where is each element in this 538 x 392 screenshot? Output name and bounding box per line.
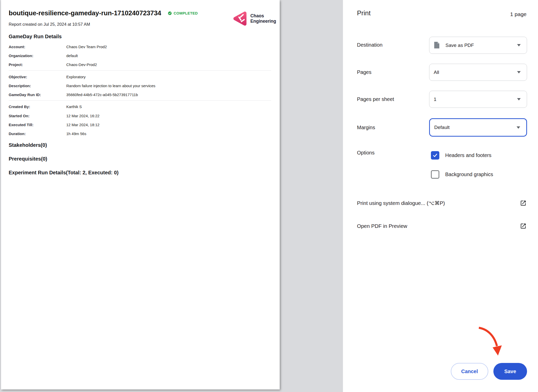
- detail-label: Project:: [9, 62, 66, 67]
- detail-label: Organization:: [9, 54, 66, 58]
- print-system-dialogue-link[interactable]: Print using system dialogue... (⌥⌘P): [357, 199, 527, 207]
- detail-label: GameDay Run ID:: [9, 93, 66, 97]
- detail-value: 12 Mar 2024, 16:22: [66, 114, 99, 118]
- detail-label: Duration:: [9, 132, 66, 136]
- completed-check-icon: [168, 11, 172, 15]
- destination-value: Save as PDF: [445, 43, 474, 48]
- destination-label: Destination: [357, 42, 382, 48]
- print-settings-panel: Print 1 page Destination Save as PDF Pag…: [343, 0, 538, 392]
- pages-per-sheet-label: Pages per sheet: [357, 96, 394, 102]
- detail-value: Chaos Dev Team Prod2: [66, 45, 107, 49]
- headers-footers-label: Headers and footers: [445, 152, 491, 158]
- chevron-down-icon: [517, 126, 520, 129]
- section-heading-gameday-run-details: GameDay Run Details: [9, 34, 62, 40]
- external-link-icon: [520, 223, 527, 229]
- document-preview-page: boutique-resilience-gameday-run-17102407…: [1, 0, 280, 389]
- checkmark-icon: [432, 153, 438, 158]
- detail-value: 35660fed-44b5-472c-a045-5b273917711b: [66, 93, 138, 97]
- detail-value: Exploratory: [66, 75, 86, 79]
- option-headers-and-footers: Headers and footers: [431, 151, 491, 160]
- detail-label: Executed Till:: [9, 123, 66, 127]
- margins-label: Margins: [357, 125, 375, 130]
- options-label: Options: [357, 150, 375, 156]
- logo-text-line2: Engineering: [250, 19, 276, 24]
- pages-per-sheet-dropdown[interactable]: 1: [429, 91, 527, 108]
- detail-row-executed-till: Executed Till:12 Mar 2024, 18:12: [9, 123, 271, 127]
- status-badge-label: COMPLETED: [174, 11, 198, 15]
- chevron-down-icon: [517, 44, 521, 46]
- section-divider: [9, 70, 271, 71]
- external-link-icon: [520, 200, 527, 206]
- detail-row-created-by: Created By:Karthik S: [9, 104, 271, 109]
- detail-label: Started On:: [9, 114, 66, 118]
- annotation-arrow-to-save: [472, 320, 513, 361]
- open-pdf-preview-link[interactable]: Open PDF in Preview: [357, 222, 527, 230]
- cancel-button[interactable]: Cancel: [451, 363, 488, 380]
- detail-row-account: Account:Chaos Dev Team Prod2: [9, 45, 271, 49]
- section-divider: [9, 100, 271, 101]
- open-pdf-preview-label: Open PDF in Preview: [357, 223, 407, 229]
- chevron-down-icon: [517, 71, 521, 73]
- detail-label: Objective:: [9, 75, 66, 79]
- pages-label: Pages: [357, 69, 372, 75]
- detail-value: default: [66, 54, 78, 58]
- page-count: 1 page: [510, 11, 527, 17]
- print-preview-area: boutique-resilience-gameday-run-17102407…: [0, 0, 343, 392]
- detail-row-gameday-run-id: GameDay Run ID:35660fed-44b5-472c-a045-5…: [9, 93, 271, 97]
- pages-dropdown[interactable]: All: [429, 64, 527, 81]
- pdf-file-icon: [434, 42, 440, 49]
- save-button[interactable]: Save: [493, 363, 527, 380]
- detail-row-description: Description:Random failure injection to …: [9, 84, 271, 88]
- detail-value: Chaos-Dev-Prod2: [66, 62, 97, 67]
- chaos-engineering-logo: Chaos Engineering: [232, 11, 276, 27]
- detail-label: Created By:: [9, 104, 66, 109]
- headers-footers-checkbox[interactable]: [431, 151, 439, 160]
- chaos-logo-icon: [232, 11, 248, 27]
- logo-text-line1: Chaos: [250, 13, 276, 19]
- background-graphics-checkbox[interactable]: [431, 170, 439, 179]
- detail-row-objective: Objective:Exploratory: [9, 75, 271, 79]
- option-background-graphics: Background graphics: [431, 170, 493, 179]
- detail-row-organization: Organization:default: [9, 54, 271, 58]
- pages-value: All: [434, 70, 439, 75]
- margins-value: Default: [434, 125, 450, 130]
- margins-dropdown[interactable]: Default: [429, 118, 527, 137]
- section-heading-prerequisites: Prerequisites(0): [9, 156, 47, 162]
- detail-row-duration: Duration:1h 49m 56s: [9, 132, 271, 136]
- detail-row-started-on: Started On:12 Mar 2024, 16:22: [9, 114, 271, 118]
- detail-label: Description:: [9, 84, 66, 88]
- document-title: boutique-resilience-gameday-run-17102407…: [9, 9, 161, 17]
- print-dialog-title: Print: [357, 9, 370, 17]
- detail-value: 1h 49m 56s: [66, 132, 86, 136]
- destination-dropdown[interactable]: Save as PDF: [429, 37, 527, 54]
- print-system-dialogue-label: Print using system dialogue... (⌥⌘P): [357, 200, 445, 206]
- pages-per-sheet-value: 1: [434, 97, 437, 102]
- detail-value: Random failure injection to learn about …: [66, 84, 155, 88]
- status-badge: COMPLETED: [168, 11, 198, 15]
- detail-value: 12 Mar 2024, 18:12: [66, 123, 99, 127]
- detail-row-project: Project:Chaos-Dev-Prod2: [9, 62, 271, 67]
- section-heading-stakeholders: Stakeholders(0): [9, 142, 47, 148]
- detail-label: Account:: [9, 45, 66, 49]
- section-heading-experiment-run-details: Experiment Run Details(Total: 2, Execute…: [9, 170, 119, 176]
- report-created-line: Report created on Jul 25, 2024 at 10:57 …: [9, 22, 90, 27]
- background-graphics-label: Background graphics: [445, 172, 493, 177]
- chevron-down-icon: [517, 98, 521, 100]
- detail-value: Karthik S: [66, 104, 82, 109]
